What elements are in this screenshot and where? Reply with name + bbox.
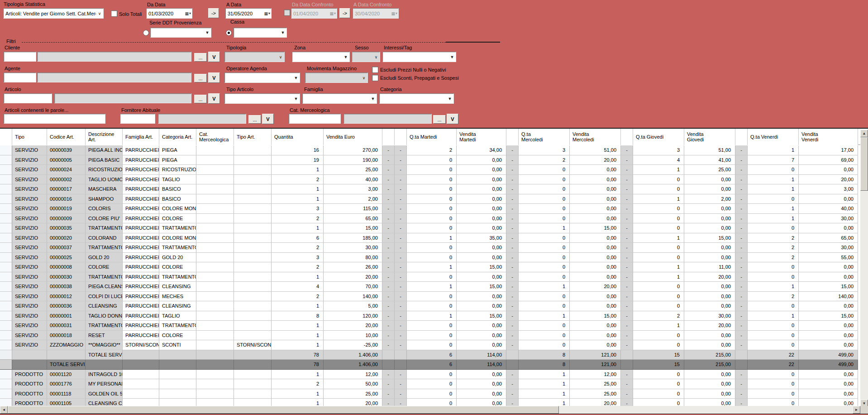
table-cell-tipoart[interactable] xyxy=(234,223,272,233)
table-cell-qgio[interactable]: 1 xyxy=(633,194,684,204)
table-cell-descr[interactable]: CLEANSING CR... xyxy=(86,399,123,406)
table-cell-d2[interactable]: - xyxy=(395,165,407,175)
table-cell-vmer[interactable]: 0,00 xyxy=(570,194,621,204)
table-cell-vven[interactable]: 499,00 xyxy=(799,360,858,370)
table-cell-vven[interactable]: 3,00 xyxy=(799,184,858,194)
table-cell-d1[interactable]: - xyxy=(382,379,395,389)
table-cell-fam[interactable]: PARRUCCHIERE xyxy=(123,272,159,282)
table-cell-fam[interactable]: PARRUCCHIERE xyxy=(123,292,159,302)
table-cell-d4[interactable]: - xyxy=(621,155,633,165)
column-header-catmerc[interactable]: Cat. Merceologica xyxy=(196,129,234,145)
table-cell-qgio[interactable]: 0 xyxy=(633,204,684,214)
table-cell-descr[interactable]: MY PERSONAL ... xyxy=(86,379,123,389)
table-cell-vven[interactable]: 65,00 xyxy=(799,233,858,243)
table-cell-qgio[interactable]: 1 xyxy=(633,272,684,282)
table-cell-d1[interactable]: - xyxy=(382,165,395,175)
table-cell-d1[interactable]: - xyxy=(382,223,395,233)
table-cell-d2[interactable]: - xyxy=(395,145,407,155)
table-cell-vmar[interactable]: 0,00 xyxy=(457,155,506,165)
famiglia-select[interactable]: ▼ xyxy=(302,93,377,104)
table-cell-tipoart[interactable]: STORNI/SCONT... xyxy=(234,340,272,350)
table-cell-codice[interactable]: 00000005 xyxy=(47,155,86,165)
table-cell-vmar[interactable]: 0,00 xyxy=(457,399,506,406)
table-cell-codice[interactable]: 00001105 xyxy=(47,399,86,406)
table-cell-catmerc[interactable] xyxy=(196,214,234,224)
table-cell-d2[interactable] xyxy=(395,350,407,360)
table-cell-vend[interactable]: 2,00 xyxy=(324,194,382,204)
cliente-code-input[interactable] xyxy=(4,52,36,62)
table-cell-qven[interactable]: 0 xyxy=(748,194,799,204)
table-cell-fam[interactable]: PARRUCCHIERE xyxy=(123,301,159,311)
table-cell-qmer[interactable]: 0 xyxy=(519,233,570,243)
table-cell-vend[interactable]: 20,00 xyxy=(324,321,382,331)
table-cell-tipoart[interactable] xyxy=(234,262,272,272)
table-cell-qmer[interactable]: 1 xyxy=(519,399,570,406)
table-cell-vgio[interactable]: 20,00 xyxy=(684,272,735,282)
table-cell-vven[interactable]: 0,00 xyxy=(799,223,858,233)
table-cell-qgio[interactable]: 0 xyxy=(633,184,684,194)
table-cell-catmerc[interactable] xyxy=(196,331,234,341)
table-cell-d1[interactable]: - xyxy=(382,262,395,272)
table-cell-qgio[interactable]: 2 xyxy=(633,311,684,321)
table-cell-fam[interactable]: PARRUCCHIERE xyxy=(123,214,159,224)
table-cell-codice[interactable]: 00000035 xyxy=(47,223,86,233)
table-cell-qven[interactable]: 2 xyxy=(748,233,799,243)
table-cell-qven[interactable]: 22 xyxy=(748,360,799,370)
table-cell-d1[interactable]: - xyxy=(382,204,395,214)
table-cell-d1[interactable]: - xyxy=(382,370,395,380)
cat-merceologica-validate-button[interactable]: V xyxy=(447,114,458,124)
table-cell-tipoart[interactable] xyxy=(234,253,272,263)
table-cell-vend[interactable]: 12,00 xyxy=(324,370,382,380)
table-cell-vmar[interactable]: 0,00 xyxy=(457,340,506,350)
column-header-qmar[interactable]: Q.ta Martedi xyxy=(407,129,457,145)
confronto-checkbox[interactable] xyxy=(284,10,290,16)
table-cell-d1[interactable]: - xyxy=(382,399,395,406)
table-cell-qven[interactable]: 0 xyxy=(748,340,799,350)
table-cell-fam[interactable]: PARRUCCHIERE xyxy=(123,253,159,263)
table-cell-tipo[interactable]: SERVIZIO xyxy=(12,223,47,233)
table-cell-qgio[interactable]: 3 xyxy=(633,145,684,155)
table-cell-descr[interactable]: RESET xyxy=(86,331,123,341)
date-copy-button[interactable]: -> xyxy=(208,8,219,18)
table-cell-tipoart[interactable] xyxy=(234,399,272,406)
table-cell-qmer[interactable]: 0 xyxy=(519,253,570,263)
table-cell-vmar[interactable]: 34,00 xyxy=(457,145,506,155)
table-cell-tipo[interactable]: SERVIZIO xyxy=(12,233,47,243)
table-cell-vven[interactable]: 0,00 xyxy=(799,301,858,311)
table-cell-fam[interactable]: PARRUCCHIERE xyxy=(123,145,159,155)
articoli-parole-input[interactable] xyxy=(4,114,105,124)
table-cell-qven[interactable]: 1 xyxy=(748,282,799,292)
table-cell-vgio[interactable]: 51,00 xyxy=(684,145,735,155)
table-cell-descr[interactable]: **OMAGGIO** xyxy=(86,340,123,350)
table-cell-d4[interactable]: - xyxy=(621,282,633,292)
table-cell-tipo[interactable]: SERVIZIO xyxy=(12,321,47,331)
table-cell-vmer[interactable]: 0,00 xyxy=(570,301,621,311)
table-cell-fam[interactable] xyxy=(123,360,159,370)
table-cell-d3[interactable]: - xyxy=(506,262,519,272)
table-cell-d3[interactable]: - xyxy=(506,155,519,165)
agente-validate-button[interactable]: V xyxy=(208,72,220,83)
table-cell-qgio[interactable]: 0 xyxy=(633,223,684,233)
table-cell-codice[interactable]: 00001120 xyxy=(47,370,86,380)
table-cell-vven[interactable]: 40,00 xyxy=(799,204,858,214)
table-cell-qmer[interactable]: 8 xyxy=(519,350,570,360)
table-cell-d5[interactable]: - xyxy=(735,194,748,204)
table-cell-d4[interactable]: - xyxy=(621,379,633,389)
table-cell-d5[interactable]: - xyxy=(735,155,748,165)
table-cell-fam[interactable]: PARRUCCHIERE xyxy=(123,175,159,185)
table-cell-vmar[interactable]: 0,00 xyxy=(457,175,506,185)
table-cell-vven[interactable]: 499,00 xyxy=(799,350,858,360)
table-cell-d3[interactable]: - xyxy=(506,145,519,155)
table-cell-descr[interactable]: COLORE xyxy=(86,262,123,272)
table-cell-d2[interactable]: - xyxy=(395,272,407,282)
table-cell-qmer[interactable]: 1 xyxy=(519,379,570,389)
dropdown-arrow-icon[interactable]: ▾ xyxy=(268,11,270,15)
table-cell-vgio[interactable]: 0,00 xyxy=(684,292,735,302)
table-cell-qmar[interactable]: 1 xyxy=(407,311,457,321)
table-cell-qmer[interactable]: 0 xyxy=(519,321,570,331)
table-cell-d2[interactable]: - xyxy=(395,321,407,331)
table-cell-vend[interactable]: 20,00 xyxy=(324,399,382,406)
table-cell-vgio[interactable]: 0,00 xyxy=(684,184,735,194)
table-cell-vmar[interactable]: 0,00 xyxy=(457,194,506,204)
cassa-select[interactable]: ▼ xyxy=(234,28,287,38)
